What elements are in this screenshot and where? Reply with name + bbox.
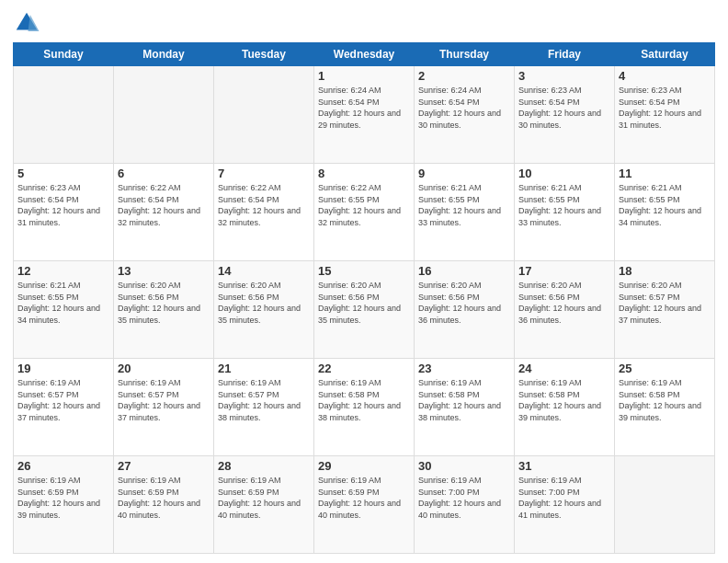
calendar-cell: 27Sunrise: 6:19 AMSunset: 6:59 PMDayligh… xyxy=(114,456,214,554)
day-info: Sunrise: 6:23 AMSunset: 6:54 PMDaylight:… xyxy=(619,85,711,131)
day-number: 15 xyxy=(318,264,410,278)
day-number: 24 xyxy=(518,362,610,375)
day-info: Sunrise: 6:22 AMSunset: 6:54 PMDaylight:… xyxy=(218,182,310,228)
day-number: 8 xyxy=(318,167,410,180)
calendar-cell: 10Sunrise: 6:21 AMSunset: 6:55 PMDayligh… xyxy=(515,164,615,261)
calendar-cell: 7Sunrise: 6:22 AMSunset: 6:54 PMDaylight… xyxy=(214,164,314,261)
calendar-cell: 15Sunrise: 6:20 AMSunset: 6:56 PMDayligh… xyxy=(314,261,415,359)
calendar-cell xyxy=(114,66,214,164)
day-number: 1 xyxy=(318,69,410,83)
col-sunday: Sunday xyxy=(14,43,114,66)
day-number: 2 xyxy=(418,69,510,83)
calendar-cell: 25Sunrise: 6:19 AMSunset: 6:58 PMDayligh… xyxy=(615,359,715,456)
day-info: Sunrise: 6:20 AMSunset: 6:56 PMDaylight:… xyxy=(418,280,510,326)
calendar-week-1: 1Sunrise: 6:24 AMSunset: 6:54 PMDaylight… xyxy=(14,66,715,164)
calendar-cell: 17Sunrise: 6:20 AMSunset: 6:56 PMDayligh… xyxy=(515,261,615,359)
svg-marker-1 xyxy=(28,15,40,31)
day-info: Sunrise: 6:21 AMSunset: 6:55 PMDaylight:… xyxy=(418,182,510,228)
day-number: 20 xyxy=(118,362,210,375)
day-number: 29 xyxy=(318,459,410,473)
day-number: 31 xyxy=(518,459,610,473)
day-info: Sunrise: 6:19 AMSunset: 6:57 PMDaylight:… xyxy=(17,377,109,423)
day-number: 17 xyxy=(518,264,610,278)
calendar-week-5: 26Sunrise: 6:19 AMSunset: 6:59 PMDayligh… xyxy=(14,456,715,554)
calendar-cell: 6Sunrise: 6:22 AMSunset: 6:54 PMDaylight… xyxy=(114,164,214,261)
calendar-cell: 8Sunrise: 6:22 AMSunset: 6:55 PMDaylight… xyxy=(314,164,415,261)
calendar-cell: 1Sunrise: 6:24 AMSunset: 6:54 PMDaylight… xyxy=(314,66,415,164)
day-number: 13 xyxy=(118,264,210,278)
calendar-cell: 31Sunrise: 6:19 AMSunset: 7:00 PMDayligh… xyxy=(515,456,615,554)
day-info: Sunrise: 6:20 AMSunset: 6:56 PMDaylight:… xyxy=(318,280,410,326)
col-monday: Monday xyxy=(114,43,214,66)
calendar-week-4: 19Sunrise: 6:19 AMSunset: 6:57 PMDayligh… xyxy=(14,359,715,456)
calendar-body: 1Sunrise: 6:24 AMSunset: 6:54 PMDaylight… xyxy=(14,66,715,554)
calendar-week-2: 5Sunrise: 6:23 AMSunset: 6:54 PMDaylight… xyxy=(14,164,715,261)
day-number: 9 xyxy=(418,167,510,180)
calendar-cell: 30Sunrise: 6:19 AMSunset: 7:00 PMDayligh… xyxy=(415,456,515,554)
day-info: Sunrise: 6:21 AMSunset: 6:55 PMDaylight:… xyxy=(17,280,109,326)
day-number: 19 xyxy=(17,362,109,375)
day-info: Sunrise: 6:20 AMSunset: 6:56 PMDaylight:… xyxy=(218,280,310,326)
calendar-cell: 11Sunrise: 6:21 AMSunset: 6:55 PMDayligh… xyxy=(615,164,715,261)
calendar-cell xyxy=(14,66,114,164)
day-number: 10 xyxy=(518,167,610,180)
day-info: Sunrise: 6:19 AMSunset: 6:58 PMDaylight:… xyxy=(318,377,410,423)
calendar-cell: 13Sunrise: 6:20 AMSunset: 6:56 PMDayligh… xyxy=(114,261,214,359)
day-number: 3 xyxy=(518,69,610,83)
day-info: Sunrise: 6:20 AMSunset: 6:56 PMDaylight:… xyxy=(518,280,610,326)
day-number: 12 xyxy=(17,264,109,278)
col-thursday: Thursday xyxy=(415,43,515,66)
day-number: 22 xyxy=(318,362,410,375)
calendar-cell: 5Sunrise: 6:23 AMSunset: 6:54 PMDaylight… xyxy=(14,164,114,261)
calendar-cell: 14Sunrise: 6:20 AMSunset: 6:56 PMDayligh… xyxy=(214,261,314,359)
day-info: Sunrise: 6:23 AMSunset: 6:54 PMDaylight:… xyxy=(518,85,610,131)
day-number: 28 xyxy=(218,459,310,473)
day-number: 14 xyxy=(218,264,310,278)
day-info: Sunrise: 6:19 AMSunset: 6:59 PMDaylight:… xyxy=(318,475,410,521)
calendar-cell: 29Sunrise: 6:19 AMSunset: 6:59 PMDayligh… xyxy=(314,456,415,554)
day-number: 11 xyxy=(619,167,711,180)
day-info: Sunrise: 6:21 AMSunset: 6:55 PMDaylight:… xyxy=(619,182,711,228)
day-info: Sunrise: 6:19 AMSunset: 7:00 PMDaylight:… xyxy=(418,475,510,521)
day-number: 26 xyxy=(17,459,109,473)
day-info: Sunrise: 6:19 AMSunset: 6:58 PMDaylight:… xyxy=(418,377,510,423)
logo xyxy=(13,9,42,37)
day-info: Sunrise: 6:19 AMSunset: 6:57 PMDaylight:… xyxy=(218,377,310,423)
calendar-cell: 23Sunrise: 6:19 AMSunset: 6:58 PMDayligh… xyxy=(415,359,515,456)
header xyxy=(13,9,715,37)
day-info: Sunrise: 6:20 AMSunset: 6:56 PMDaylight:… xyxy=(118,280,210,326)
day-info: Sunrise: 6:19 AMSunset: 6:58 PMDaylight:… xyxy=(518,377,610,423)
calendar-cell: 20Sunrise: 6:19 AMSunset: 6:57 PMDayligh… xyxy=(114,359,214,456)
calendar-week-3: 12Sunrise: 6:21 AMSunset: 6:55 PMDayligh… xyxy=(14,261,715,359)
calendar-cell: 2Sunrise: 6:24 AMSunset: 6:54 PMDaylight… xyxy=(415,66,515,164)
calendar-table: Sunday Monday Tuesday Wednesday Thursday… xyxy=(13,42,715,554)
day-number: 18 xyxy=(619,264,711,278)
day-number: 25 xyxy=(619,362,711,375)
day-number: 4 xyxy=(619,69,711,83)
calendar-cell xyxy=(214,66,314,164)
day-info: Sunrise: 6:22 AMSunset: 6:54 PMDaylight:… xyxy=(118,182,210,228)
day-number: 16 xyxy=(418,264,510,278)
day-number: 27 xyxy=(118,459,210,473)
generalblue-icon xyxy=(13,9,40,37)
day-info: Sunrise: 6:23 AMSunset: 6:54 PMDaylight:… xyxy=(17,182,109,228)
calendar-cell: 9Sunrise: 6:21 AMSunset: 6:55 PMDaylight… xyxy=(415,164,515,261)
calendar-cell: 28Sunrise: 6:19 AMSunset: 6:59 PMDayligh… xyxy=(214,456,314,554)
col-tuesday: Tuesday xyxy=(214,43,314,66)
day-info: Sunrise: 6:19 AMSunset: 6:59 PMDaylight:… xyxy=(218,475,310,521)
day-info: Sunrise: 6:24 AMSunset: 6:54 PMDaylight:… xyxy=(418,85,510,131)
day-info: Sunrise: 6:19 AMSunset: 6:59 PMDaylight:… xyxy=(118,475,210,521)
day-info: Sunrise: 6:24 AMSunset: 6:54 PMDaylight:… xyxy=(318,85,410,131)
day-info: Sunrise: 6:19 AMSunset: 7:00 PMDaylight:… xyxy=(518,475,610,521)
calendar-cell: 21Sunrise: 6:19 AMSunset: 6:57 PMDayligh… xyxy=(214,359,314,456)
day-info: Sunrise: 6:22 AMSunset: 6:55 PMDaylight:… xyxy=(318,182,410,228)
calendar-cell: 3Sunrise: 6:23 AMSunset: 6:54 PMDaylight… xyxy=(515,66,615,164)
day-number: 23 xyxy=(418,362,510,375)
day-info: Sunrise: 6:19 AMSunset: 6:59 PMDaylight:… xyxy=(17,475,109,521)
day-info: Sunrise: 6:19 AMSunset: 6:58 PMDaylight:… xyxy=(619,377,711,423)
day-info: Sunrise: 6:19 AMSunset: 6:57 PMDaylight:… xyxy=(118,377,210,423)
calendar-header: Sunday Monday Tuesday Wednesday Thursday… xyxy=(14,43,715,66)
calendar-cell: 18Sunrise: 6:20 AMSunset: 6:57 PMDayligh… xyxy=(615,261,715,359)
day-number: 7 xyxy=(218,167,310,180)
page: Sunday Monday Tuesday Wednesday Thursday… xyxy=(0,0,728,563)
